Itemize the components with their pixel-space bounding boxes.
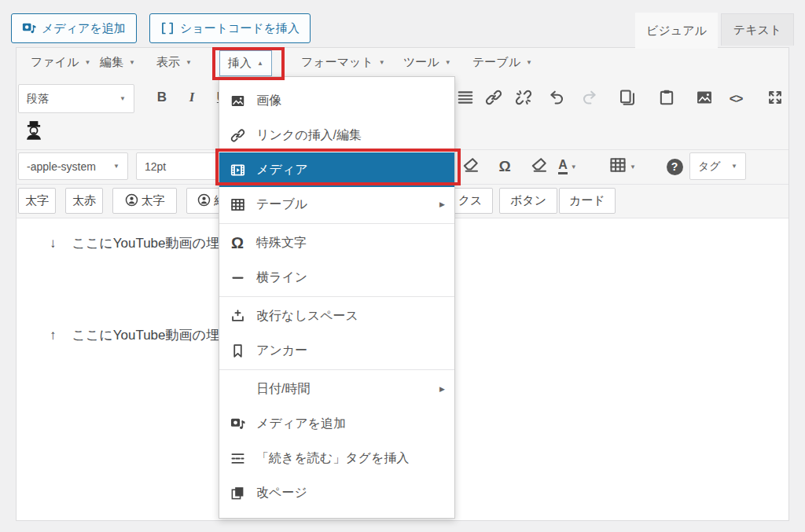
redo-button[interactable] <box>578 87 601 111</box>
media-icon <box>229 163 246 178</box>
menubar-item-tools[interactable]: ツール▼ <box>395 50 459 75</box>
menubar-item-file[interactable]: ファイル▼ <box>23 50 98 75</box>
menubar-item-label: 表示 <box>156 55 180 70</box>
brackets-icon <box>160 21 175 35</box>
menubar-item-view[interactable]: 表示▼ <box>149 50 200 75</box>
chevron-up-icon: ▲ <box>257 60 263 67</box>
hr-icon <box>229 270 246 285</box>
image-button[interactable] <box>693 87 716 111</box>
special-character-button[interactable]: Ω <box>493 155 516 178</box>
menu-item-charmap[interactable]: Ω特殊文字 <box>219 226 454 260</box>
insert-shortcode-button[interactable]: ショートコードを挿入 <box>149 13 311 43</box>
paste-button[interactable] <box>655 87 678 111</box>
tablegrid-icon <box>609 156 627 177</box>
copy-button[interactable] <box>616 87 639 111</box>
bold-button[interactable]: B <box>150 86 174 109</box>
quicktag-button[interactable]: 太字 <box>18 188 56 214</box>
table-button[interactable]: ▼ <box>608 155 638 178</box>
menubar-item-edit[interactable]: 編集▼ <box>92 50 143 75</box>
tablegrid-icon <box>229 197 246 212</box>
block-format-select[interactable]: 段落 ▼ <box>18 84 134 113</box>
arrow-up-icon: ↑ <box>50 328 57 343</box>
quicktag-label: 太赤 <box>72 193 96 208</box>
menubar-item-label: ツール <box>403 55 439 70</box>
menu-item-table[interactable]: テーブル▶ <box>219 187 454 222</box>
menu-separator <box>219 369 454 370</box>
add-media-label: メディアを追加 <box>42 21 126 36</box>
quicktag-button[interactable]: ボタン <box>499 188 557 214</box>
omega-icon: Ω <box>498 158 510 175</box>
menu-item-label: 横ライン <box>256 270 307 286</box>
menu-item-image[interactable]: 画像 <box>219 83 454 118</box>
menu-item-hr[interactable]: 横ライン <box>219 260 454 295</box>
block-format-value: 段落 <box>27 92 49 106</box>
remove-format-button[interactable] <box>459 155 483 178</box>
chevron-down-icon: ▼ <box>379 59 385 66</box>
text-color-button[interactable]: A▼ <box>556 155 579 178</box>
arrow-down-icon: ↓ <box>50 236 57 251</box>
quicktag-button[interactable]: 太赤 <box>65 188 103 214</box>
tab-text[interactable]: テキスト <box>721 13 794 46</box>
menu-item-anchor[interactable]: アンカー <box>219 333 454 368</box>
menu-separator <box>219 296 454 297</box>
chevron-down-icon: ▼ <box>526 59 532 66</box>
menu-item-label: アンカー <box>256 343 307 359</box>
quicktag-label: 太字 <box>25 193 49 208</box>
undo-button[interactable] <box>545 87 568 111</box>
menubar-item-label: フォーマット <box>301 55 373 70</box>
content-paragraph: ↑ここにYouTube動画の埋 <box>50 326 219 344</box>
chevron-down-icon: ▼ <box>129 59 135 66</box>
menubar-item-table[interactable]: テーブル▼ <box>465 50 540 75</box>
quicktag-button[interactable]: カード <box>559 188 616 214</box>
justify-button[interactable] <box>454 87 477 111</box>
remove-format-button[interactable] <box>527 155 551 178</box>
menu-item-readmore[interactable]: 「続きを読む」タグを挿入 <box>219 441 454 475</box>
person-hat-button[interactable] <box>21 119 46 145</box>
undo-icon <box>548 89 565 109</box>
eraser-icon <box>531 156 548 177</box>
menu-item-pagebreak[interactable]: 改ページ <box>219 475 454 510</box>
imagefill-icon <box>229 94 246 108</box>
nbsp-icon <box>229 309 246 324</box>
menu-item-nbsp[interactable]: 改行なしスペース <box>219 299 454 333</box>
add-media-button[interactable]: メディアを追加 <box>11 13 137 43</box>
code-icon: <> <box>730 92 743 106</box>
code-button[interactable]: <> <box>724 87 748 111</box>
person-icon <box>197 193 211 209</box>
font-family-select[interactable]: -apple-system ▼ <box>18 152 128 180</box>
submenu-arrow-icon: ▶ <box>439 200 445 208</box>
link-button[interactable] <box>482 87 505 111</box>
menu-item-label: 改行なしスペース <box>256 308 358 325</box>
menu-item-insert-link[interactable]: リンクの挿入/編集 <box>219 118 454 152</box>
font-size-select[interactable]: 12pt <box>136 152 224 180</box>
menubar-item-label: ファイル <box>31 55 79 70</box>
menu-item-add-media[interactable]: メディアを追加 <box>219 406 454 441</box>
menu-item-label: リンクの挿入/編集 <box>256 127 362 144</box>
tag-dropdown-button[interactable]: タグ ▼ <box>689 152 746 180</box>
tag-dropdown-label: タグ <box>698 160 721 174</box>
fullscreen-button[interactable] <box>763 87 787 111</box>
quicktag-button[interactable]: 太字 <box>112 188 177 214</box>
italic-button[interactable]: I <box>180 86 204 109</box>
tab-visual[interactable]: ビジュアル <box>635 13 718 49</box>
menu-item-label: 日付/時間 <box>256 381 310 398</box>
menubar-item-label: テーブル <box>472 55 520 70</box>
menubar-item-format[interactable]: フォーマット▼ <box>293 50 393 75</box>
menu-item-label: 「続きを読む」タグを挿入 <box>256 450 409 467</box>
menubar-item-label: 編集 <box>100 55 123 70</box>
menu-item-media[interactable]: メディア <box>219 152 454 187</box>
unlink-button[interactable] <box>512 87 535 111</box>
menu-separator <box>219 223 454 224</box>
copy-icon <box>619 89 636 109</box>
redo-icon <box>581 89 598 109</box>
help-button[interactable]: ? <box>663 155 686 178</box>
chevron-down-icon: ▼ <box>186 59 192 66</box>
chevron-down-icon: ▼ <box>630 163 636 171</box>
wp-media-icon <box>22 21 36 35</box>
chevron-down-icon: ▼ <box>445 59 451 66</box>
menubar-item-insert[interactable]: 挿入▲ <box>219 50 272 76</box>
submenu-arrow-icon: ▶ <box>439 385 445 393</box>
eraser-icon <box>462 156 480 177</box>
menu-item-datetime[interactable]: 日付/時間▶ <box>219 372 454 406</box>
more-icon <box>229 451 246 466</box>
